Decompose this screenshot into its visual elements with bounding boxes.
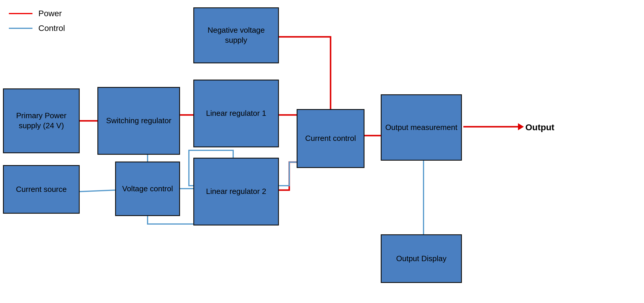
output-display-block: Output Display bbox=[381, 234, 462, 283]
output-label: Output bbox=[525, 122, 554, 132]
voltage-control-block: Voltage control bbox=[115, 162, 180, 216]
linear-regulator-1-block: Linear regulator 1 bbox=[193, 80, 279, 147]
svg-line-8 bbox=[80, 190, 115, 192]
linear-regulator-2-block: Linear regulator 2 bbox=[193, 158, 279, 225]
output-measurement-block: Output measurement bbox=[381, 94, 462, 161]
diagram-container: Power Control bbox=[0, 0, 644, 303]
switching-regulator-block: Switching regulator bbox=[97, 87, 180, 155]
negative-voltage-supply-block: Negative voltage supply bbox=[193, 7, 279, 63]
current-source-block: Current source bbox=[3, 165, 80, 214]
svg-marker-5 bbox=[518, 123, 524, 130]
primary-power-block: Primary Power supply (24 V) bbox=[3, 88, 80, 153]
current-control-block: Current control bbox=[297, 109, 365, 168]
